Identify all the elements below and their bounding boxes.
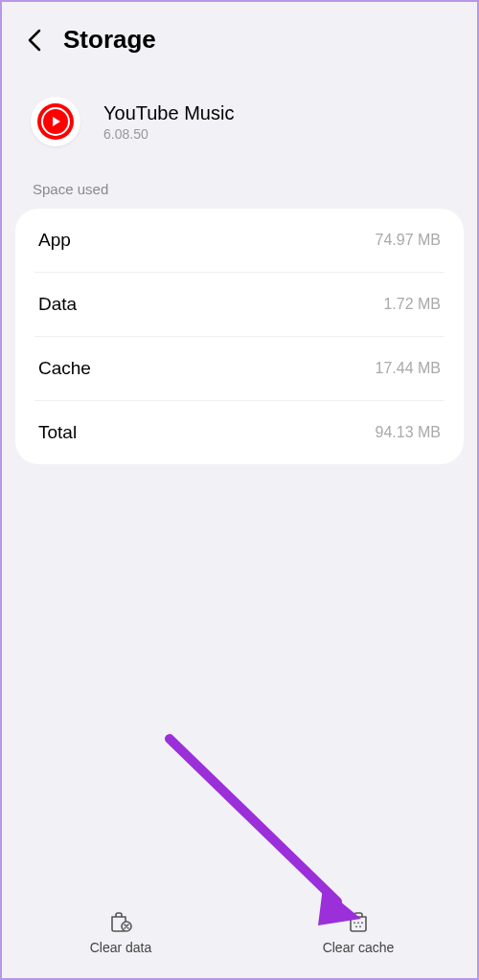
header: Storage	[2, 2, 477, 70]
row-value: 17.44 MB	[376, 360, 441, 377]
storage-row: Total 94.13 MB	[34, 401, 445, 464]
clear-data-label: Clear data	[90, 940, 152, 955]
back-icon[interactable]	[25, 31, 44, 50]
row-label: Cache	[38, 358, 91, 379]
row-label: Data	[38, 294, 77, 315]
storage-row: Data 1.72 MB	[34, 273, 445, 337]
clear-cache-button[interactable]: Clear cache	[240, 909, 477, 955]
page-title: Storage	[63, 25, 156, 55]
app-name: YouTube Music	[103, 102, 234, 124]
row-label: Total	[38, 422, 77, 443]
section-label: Space used	[2, 181, 477, 209]
row-value: 94.13 MB	[376, 424, 441, 441]
clear-data-button[interactable]: Clear data	[2, 909, 240, 955]
clear-cache-label: Clear cache	[323, 940, 395, 955]
row-label: App	[38, 230, 71, 251]
row-value: 74.97 MB	[376, 232, 441, 249]
app-version: 6.08.50	[103, 126, 234, 142]
bottom-bar: Clear data Clear cache	[2, 892, 477, 978]
svg-line-7	[170, 739, 337, 902]
row-value: 1.72 MB	[383, 296, 441, 313]
app-icon	[31, 97, 80, 146]
storage-row: Cache 17.44 MB	[34, 337, 445, 401]
trash-data-icon	[108, 909, 133, 932]
storage-card: App 74.97 MB Data 1.72 MB Cache 17.44 MB…	[15, 209, 464, 464]
storage-row: App 74.97 MB	[34, 209, 445, 273]
trash-cache-icon	[346, 909, 371, 932]
app-info: YouTube Music 6.08.50	[2, 70, 477, 181]
